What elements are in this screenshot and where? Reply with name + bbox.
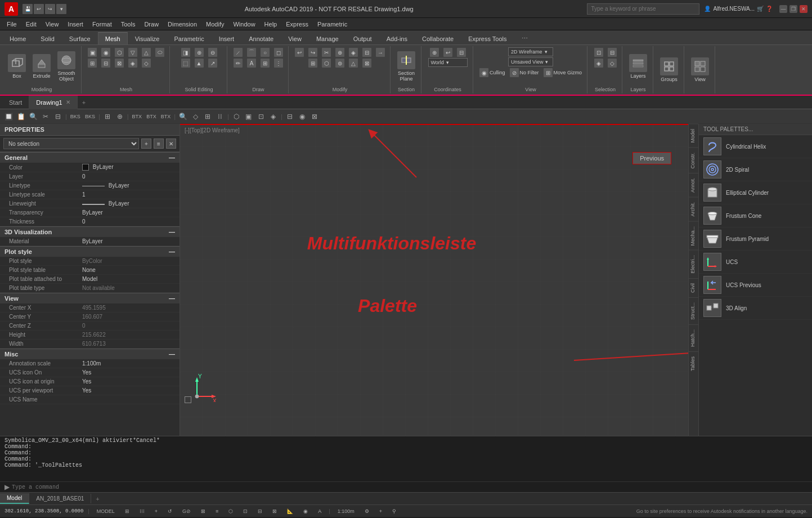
modify-btn12[interactable]: ⊠ xyxy=(361,58,373,68)
model-tab-model[interactable]: Model xyxy=(0,493,29,504)
tb2-bks2[interactable]: BKS xyxy=(83,111,97,122)
sel-btn1[interactable]: ⊡ xyxy=(593,47,605,57)
tab-addins[interactable]: Add-ins xyxy=(379,32,415,44)
selection-dropdown[interactable]: No selection xyxy=(3,138,139,149)
groups-button[interactable]: Groups xyxy=(658,56,680,83)
view-large-button[interactable]: View xyxy=(689,56,711,83)
extrude-button[interactable]: Extrude xyxy=(30,53,53,80)
ortho-button[interactable]: + xyxy=(152,507,160,515)
solid-btn1[interactable]: ◨ xyxy=(180,47,192,57)
tab-annotate[interactable]: Annotate xyxy=(241,32,281,44)
tb2-btn1[interactable]: 🔲 xyxy=(3,111,14,122)
palette-header[interactable]: TOOL PALETTES... xyxy=(699,124,812,135)
ann-button[interactable]: A xyxy=(315,507,324,515)
osnap-button[interactable]: G⊘ xyxy=(180,507,194,515)
no-filter-button[interactable]: ⊘ No Filter xyxy=(508,68,541,78)
coord-btn1[interactable]: ⊕ xyxy=(428,47,441,57)
mesh-btn8[interactable]: ⊟ xyxy=(100,58,112,68)
menu-format[interactable]: Format xyxy=(88,20,116,29)
drawing1-close-button[interactable]: ✕ xyxy=(66,99,70,105)
modify-btn8[interactable]: ⊞ xyxy=(307,58,319,68)
selection-add-btn[interactable]: + xyxy=(141,139,151,149)
palette-item-frustum-pyramid[interactable]: Frustum Pyramid xyxy=(699,227,812,251)
menu-express[interactable]: Express xyxy=(281,20,313,29)
coord-btn3[interactable]: ⊟ xyxy=(455,47,468,57)
draw-btn7[interactable]: ⊞ xyxy=(259,58,271,68)
menu-edit[interactable]: Edit xyxy=(21,20,41,29)
command-input[interactable] xyxy=(12,484,807,490)
menu-modify[interactable]: Modify xyxy=(201,20,228,29)
modify-btn7[interactable]: → xyxy=(374,47,387,57)
add-button[interactable]: + xyxy=(376,507,385,515)
tb2-btn14[interactable]: ◈ xyxy=(268,111,279,122)
modify-btn9[interactable]: ⬡ xyxy=(320,58,333,68)
move-gizmo-button[interactable]: ⊞ Move Gizmo xyxy=(542,68,584,78)
polar-button[interactable]: ↺ xyxy=(165,507,175,515)
lock-button[interactable]: ⚲ xyxy=(389,507,399,515)
tab-start[interactable]: Start xyxy=(2,96,29,109)
mesh-btn3[interactable]: ⬡ xyxy=(113,47,125,57)
mesh-btn6[interactable]: ⬭ xyxy=(154,47,166,57)
palette-tab-archit[interactable]: Archit. xyxy=(689,197,698,221)
tab-mesh[interactable]: Mesh xyxy=(98,32,128,44)
tab-home[interactable]: Home xyxy=(2,32,33,44)
tb2-btn7[interactable]: ⊕ xyxy=(114,111,125,122)
mesh-btn10[interactable]: ◈ xyxy=(127,58,139,68)
tb2-btx2[interactable]: BTX xyxy=(145,111,158,122)
mesh-btn7[interactable]: ⊞ xyxy=(86,58,98,68)
palette-tab-struct[interactable]: Struct... xyxy=(689,297,698,324)
menu-window[interactable]: Window xyxy=(228,20,259,29)
palette-tab-annot[interactable]: Annot. xyxy=(689,173,698,197)
tab-collaborate[interactable]: Collaborate xyxy=(415,32,461,44)
settings-button[interactable]: ⚙ xyxy=(362,507,372,515)
tb2-btx3[interactable]: BTX xyxy=(159,111,173,122)
solid-btn6[interactable]: ↗ xyxy=(207,58,219,68)
menu-tools[interactable]: Tools xyxy=(116,20,140,29)
tab-drawing1[interactable]: Drawing1 ✕ xyxy=(29,96,77,109)
solid-btn3[interactable]: ⊖ xyxy=(207,47,219,57)
ducs-button[interactable]: ≡ xyxy=(213,507,221,515)
draw-btn1[interactable]: ⟋ xyxy=(232,47,244,57)
misc-section-header[interactable]: Misc — xyxy=(0,349,180,359)
modify-btn1[interactable]: ↩ xyxy=(293,47,306,57)
palette-tab-electri[interactable]: Electri... xyxy=(689,250,698,278)
tb2-btn13[interactable]: ⊡ xyxy=(255,111,267,122)
menu-help[interactable]: Help xyxy=(260,20,282,29)
palette-tab-mecha[interactable]: Mecha... xyxy=(689,221,698,251)
sel-btn3[interactable]: ◈ xyxy=(593,58,605,68)
selection-filter-btn[interactable]: ≡ xyxy=(154,139,164,149)
menu-draw[interactable]: Draw xyxy=(140,20,163,29)
tb2-bks1[interactable]: BKS xyxy=(69,111,82,122)
world-dropdown[interactable]: World ▾ xyxy=(428,58,468,67)
modify-btn5[interactable]: ◈ xyxy=(347,47,360,57)
mesh-btn11[interactable]: ◇ xyxy=(140,58,152,68)
tab-more[interactable]: ⋯ xyxy=(514,32,535,44)
smooth-object-button[interactable]: SmoothObject xyxy=(55,50,78,83)
sc-button[interactable]: 📐 xyxy=(284,507,296,515)
tab-insert[interactable]: Insert xyxy=(212,32,242,44)
selection-close-btn[interactable]: ✕ xyxy=(166,139,176,149)
view-section-header[interactable]: View — xyxy=(0,293,180,303)
palette-tab-tables[interactable]: Tables xyxy=(689,351,698,376)
tab-manage[interactable]: Manage xyxy=(309,32,346,44)
tpress-button[interactable]: ⊟ xyxy=(255,507,265,515)
minimize-button[interactable]: — xyxy=(779,5,787,13)
quick-access-btn[interactable]: 💾 xyxy=(23,4,33,14)
menu-insert[interactable]: Insert xyxy=(63,20,88,29)
tb2-btn12[interactable]: ▣ xyxy=(243,111,254,122)
palette-tab-model[interactable]: Model xyxy=(689,124,698,148)
modify-btn11[interactable]: △ xyxy=(347,58,360,68)
tb2-btx1[interactable]: BTX xyxy=(131,111,144,122)
tb2-btn10[interactable]: ⁞⁞ xyxy=(214,111,226,122)
ts-button[interactable]: ◉ xyxy=(300,507,311,515)
modify-btn6[interactable]: ⊟ xyxy=(361,47,373,57)
menu-dimension[interactable]: Dimension xyxy=(163,20,201,29)
tb2-btn17[interactable]: ⊠ xyxy=(309,111,320,122)
previous-button[interactable]: Previous xyxy=(632,152,671,164)
draw-btn4[interactable]: ◻ xyxy=(272,47,285,57)
tab-output[interactable]: Output xyxy=(346,32,379,44)
qp-button[interactable]: ⊠ xyxy=(270,507,280,515)
menu-view[interactable]: View xyxy=(41,20,64,29)
palette-item-2d-spiral[interactable]: 2D Spiral xyxy=(699,158,812,181)
tab-visualize[interactable]: Visualize xyxy=(128,32,167,44)
